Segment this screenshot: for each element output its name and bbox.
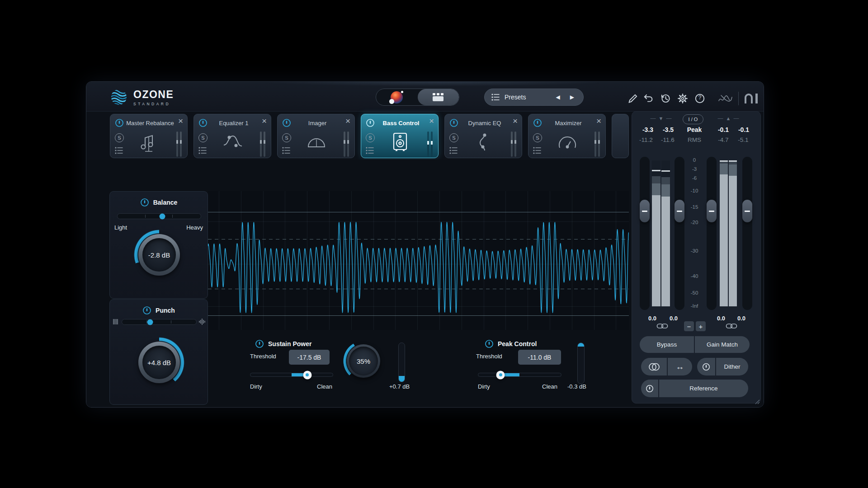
output-gain-fader-right[interactable]: [742, 200, 752, 222]
peak-mix-slider[interactable]: [478, 373, 561, 377]
module-tab-dynamic-eq[interactable]: Dynamic EQ × S: [444, 114, 522, 158]
power-icon[interactable]: [533, 118, 542, 127]
waveform-display[interactable]: [208, 191, 629, 330]
peak-mix-thumb[interactable]: [496, 371, 505, 379]
balance-knob[interactable]: -2.8 dB: [133, 229, 185, 281]
input-gain-value-left: 0.0: [648, 315, 656, 322]
solo-icon[interactable]: S: [533, 133, 542, 142]
punch-power-icon[interactable]: [142, 306, 151, 315]
ozone-plugin-window: OZONE STANDARD Presets ◀ ▶: [86, 81, 764, 408]
solo-icon[interactable]: S: [282, 133, 291, 142]
resize-grip-icon[interactable]: [753, 397, 760, 404]
power-icon[interactable]: [366, 118, 375, 127]
solo-icon[interactable]: S: [449, 133, 458, 142]
output-gain-icon[interactable]: —▲—: [718, 115, 739, 122]
tab-label: Bass Control: [377, 120, 425, 127]
power-icon[interactable]: [198, 118, 208, 127]
peak-threshold-field[interactable]: -11.0 dB: [518, 350, 561, 365]
sustain-header: Sustain Power: [255, 339, 345, 348]
balance-slider[interactable]: [117, 213, 201, 219]
solo-icon[interactable]: S: [198, 133, 208, 142]
sustain-amount-knob[interactable]: 35%: [343, 340, 384, 382]
power-icon[interactable]: [282, 118, 291, 127]
dither-button[interactable]: Dither: [716, 358, 748, 375]
input-gain-fader-left[interactable]: [640, 200, 650, 222]
solo-icon[interactable]: S: [366, 133, 375, 142]
output-gain-fader-left[interactable]: [707, 200, 717, 222]
assistant-view-toggle[interactable]: [376, 89, 418, 105]
brand: OZONE STANDARD: [110, 88, 174, 106]
peak-gain-meter: [577, 343, 585, 384]
close-icon[interactable]: ×: [345, 117, 350, 125]
stereo-mode-button[interactable]: [641, 358, 667, 375]
module-tab-imager[interactable]: Imager × S: [277, 114, 355, 158]
settings-gear-icon[interactable]: [677, 93, 689, 104]
presets-bar[interactable]: Presets ◀ ▶: [484, 89, 584, 106]
tab-meter: [511, 131, 516, 157]
preset-prev-button[interactable]: ◀: [553, 94, 563, 100]
punch-knob[interactable]: +4.8 dB: [133, 337, 185, 388]
sustain-min-label: Dirty: [250, 383, 262, 390]
sustain-mix-thumb[interactable]: [303, 371, 311, 379]
output-gain-value-right: 0.0: [737, 315, 745, 322]
output-peak-left: -0.1: [718, 126, 729, 133]
module-menu-icon[interactable]: [114, 146, 124, 155]
help-icon[interactable]: ?: [694, 93, 706, 104]
modules-view-toggle[interactable]: [418, 89, 459, 105]
output-rms-right: -5.1: [738, 136, 748, 143]
module-tab-maximizer[interactable]: Maximizer × S: [528, 114, 606, 158]
undo-icon[interactable]: [643, 93, 655, 104]
module-menu-icon[interactable]: [198, 146, 208, 155]
sustain-gain-meter: [398, 343, 405, 382]
module-tab-bass-control[interactable]: Bass Control × S: [361, 114, 439, 158]
view-mode-toggle[interactable]: [376, 89, 459, 106]
header-bar: OZONE STANDARD Presets ◀ ▶: [86, 82, 764, 112]
io-toggle[interactable]: I / O: [683, 114, 703, 124]
balance-max-label: Heavy: [186, 224, 203, 231]
sustain-mix-slider[interactable]: [250, 373, 333, 377]
output-meter-right: [729, 160, 737, 306]
peak-control-power-icon[interactable]: [485, 339, 494, 348]
module-tab-partial[interactable]: [612, 114, 629, 158]
solo-icon[interactable]: S: [115, 133, 124, 142]
dither-power-button[interactable]: [697, 358, 715, 375]
output-link-icon[interactable]: [726, 322, 738, 330]
power-icon[interactable]: [449, 118, 458, 127]
preset-next-button[interactable]: ▶: [567, 94, 577, 100]
close-icon[interactable]: ×: [178, 117, 183, 125]
gain-match-button[interactable]: Gain Match: [695, 336, 750, 353]
bypass-button[interactable]: Bypass: [640, 336, 694, 353]
reference-power-button[interactable]: [641, 380, 658, 397]
module-menu-icon[interactable]: [449, 146, 459, 155]
module-menu-icon[interactable]: [282, 146, 292, 155]
gain-minus-button[interactable]: −: [684, 321, 694, 331]
tab-label: Equalizer 1: [209, 120, 258, 127]
history-icon[interactable]: [660, 93, 671, 104]
stereo-width-button[interactable]: ↔: [668, 358, 692, 375]
close-icon[interactable]: ×: [596, 117, 601, 125]
balance-slider-thumb[interactable]: [160, 213, 165, 219]
reference-button[interactable]: Reference: [659, 380, 748, 397]
punch-slider[interactable]: [122, 319, 197, 325]
tab-label: Maximizer: [544, 120, 593, 127]
sustain-power-icon[interactable]: [255, 339, 264, 348]
dynamic-eq-icon: [472, 131, 495, 154]
power-icon[interactable]: [115, 118, 124, 127]
module-menu-icon[interactable]: [533, 146, 542, 155]
gain-plus-button[interactable]: +: [696, 321, 706, 331]
input-gain-fader-right[interactable]: [675, 200, 684, 222]
close-icon[interactable]: ×: [513, 117, 518, 125]
close-icon[interactable]: ×: [262, 117, 267, 125]
edit-pencil-icon[interactable]: [627, 93, 639, 104]
output-meter-left: [720, 160, 728, 306]
punch-slider-thumb[interactable]: [147, 319, 153, 325]
sustain-threshold-field[interactable]: -17.5 dB: [289, 350, 330, 365]
module-tab-master-rebalance[interactable]: Master Rebalance × S: [110, 114, 188, 158]
module-menu-icon[interactable]: [365, 146, 375, 155]
header-divider: [738, 92, 739, 105]
input-link-icon[interactable]: [656, 322, 669, 330]
input-gain-icon[interactable]: —▼—: [651, 115, 672, 122]
module-tab-equalizer-1[interactable]: Equalizer 1 × S: [193, 114, 271, 158]
close-icon[interactable]: ×: [429, 117, 434, 125]
balance-power-icon[interactable]: [140, 198, 149, 207]
